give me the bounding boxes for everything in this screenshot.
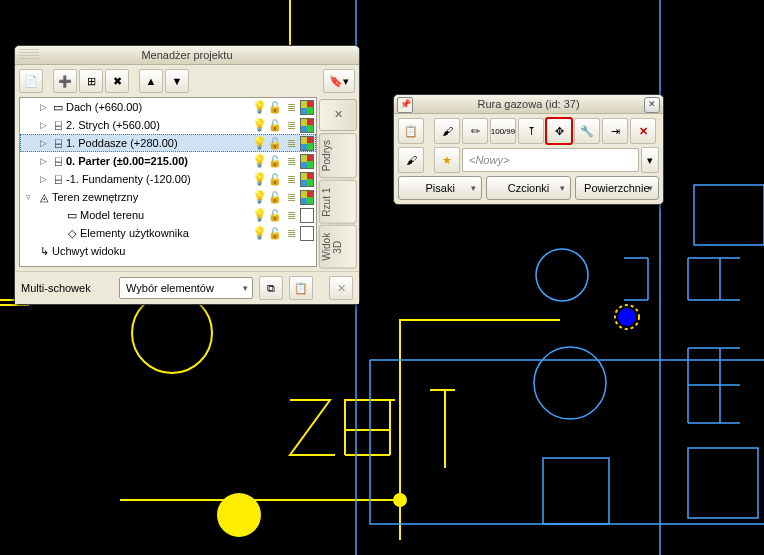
- svg-rect-7: [694, 185, 764, 245]
- remove-button[interactable]: ✖: [105, 69, 129, 93]
- layer-icon[interactable]: ≣: [284, 136, 298, 150]
- node-type-icon: ▭: [50, 101, 66, 114]
- lock-icon[interactable]: 🔓: [268, 190, 282, 204]
- tree-row[interactable]: ▷⌸-1. Fundamenty (-120.00)💡🔓≣: [20, 170, 316, 188]
- expand-toggle-icon[interactable]: ▷: [40, 102, 50, 112]
- new-button[interactable]: 📄: [19, 69, 43, 93]
- tree-row[interactable]: ▿◬Teren zewnętrzny💡🔓≣: [20, 188, 316, 206]
- tool-level-icon[interactable]: ⤒: [518, 118, 544, 144]
- tree-row[interactable]: ▷⌸1. Poddasze (+280.00)💡🔓≣: [20, 134, 316, 152]
- tool-wrench-icon[interactable]: 🔧: [574, 118, 600, 144]
- tool-join-icon[interactable]: ⇥: [602, 118, 628, 144]
- visibility-bulb-icon[interactable]: 💡: [252, 208, 266, 222]
- titlebar[interactable]: 📌 Rura gazowa (id: 37) ✕: [394, 95, 663, 114]
- node-type-icon: ▭: [64, 209, 80, 222]
- pin-icon[interactable]: 📌: [397, 97, 413, 113]
- template-name-field[interactable]: <Nowy>: [462, 148, 639, 172]
- tool-move-icon[interactable]: ✥: [546, 118, 572, 144]
- grip-icon: [19, 49, 39, 61]
- visibility-toggles: 💡🔓≣: [252, 226, 314, 240]
- lock-icon[interactable]: 🔓: [268, 100, 282, 114]
- lock-icon[interactable]: 🔓: [268, 208, 282, 222]
- visibility-toggles: 💡🔓≣: [252, 208, 314, 222]
- tree-row[interactable]: ↳Uchwyt widoku: [20, 242, 316, 260]
- close-button[interactable]: ✕: [644, 97, 660, 113]
- expand-toggle-icon[interactable]: ▷: [40, 156, 50, 166]
- lock-icon[interactable]: 🔓: [268, 172, 282, 186]
- paste-button[interactable]: 📋: [289, 276, 313, 300]
- lock-icon[interactable]: 🔓: [268, 154, 282, 168]
- project-tree[interactable]: ▷▭Dach (+660.00)💡🔓≣▷⌸2. Strych (+560.00)…: [19, 97, 317, 267]
- color-swatch[interactable]: [300, 154, 314, 168]
- color-swatch[interactable]: [300, 118, 314, 132]
- layer-icon[interactable]: ≣: [284, 190, 298, 204]
- node-label: 1. Poddasze (+280.00): [66, 137, 252, 149]
- tab-widok3d[interactable]: Widok 3D: [319, 225, 357, 269]
- move-down-button[interactable]: ▼: [165, 69, 189, 93]
- lock-icon[interactable]: 🔓: [268, 136, 282, 150]
- expand-toggle-icon[interactable]: ▿: [26, 192, 36, 202]
- tree-row[interactable]: ▷▭Dach (+660.00)💡🔓≣: [20, 98, 316, 116]
- visibility-bulb-icon[interactable]: 💡: [252, 226, 266, 240]
- layer-icon[interactable]: ≣: [284, 154, 298, 168]
- delete-selection-button[interactable]: ✕: [329, 276, 353, 300]
- visibility-bulb-icon[interactable]: 💡: [252, 100, 266, 114]
- visibility-bulb-icon[interactable]: 💡: [252, 190, 266, 204]
- tool-dimension-icon[interactable]: 100/99: [490, 118, 516, 144]
- visibility-toggles: 💡🔓≣: [252, 190, 314, 204]
- node-label: -1. Fundamenty (-120.00): [66, 173, 252, 185]
- layer-icon[interactable]: ≣: [284, 100, 298, 114]
- move-up-button[interactable]: ▲: [139, 69, 163, 93]
- project-manager-window[interactable]: Menadżer projektu 📄 ➕ ⊞ ✖ ▲ ▼ 🔖▾ ▷▭Dach …: [14, 45, 360, 305]
- filter-button[interactable]: 🔖▾: [323, 69, 355, 93]
- layer-icon[interactable]: ≣: [284, 172, 298, 186]
- copy-button[interactable]: ⧉: [259, 276, 283, 300]
- selection-combo[interactable]: Wybór elementów: [119, 277, 253, 299]
- tree-row[interactable]: ◇Elementy użytkownika💡🔓≣: [20, 224, 316, 242]
- visibility-bulb-icon[interactable]: 💡: [252, 136, 266, 150]
- side-tab-strip: ✕ Podrys Rzut 1 Widok 3D: [317, 97, 359, 271]
- tree-row[interactable]: ▷⌸0. Parter (±0.00=215.00)💡🔓≣: [20, 152, 316, 170]
- expand-toggle-icon[interactable]: ▷: [40, 174, 50, 184]
- visibility-toggles: 💡🔓≣: [252, 118, 314, 132]
- tree-row[interactable]: ▷⌸2. Strych (+560.00)💡🔓≣: [20, 116, 316, 134]
- tool-paint2-icon[interactable]: 🖌: [398, 147, 424, 173]
- template-menu-button[interactable]: ▾: [641, 147, 659, 173]
- tab-podrys[interactable]: Podrys: [319, 133, 357, 178]
- tool-properties-icon[interactable]: 📋: [398, 118, 424, 144]
- add-sub-button[interactable]: ⊞: [79, 69, 103, 93]
- tool-marker-icon[interactable]: ★: [434, 147, 460, 173]
- color-swatch[interactable]: [300, 136, 314, 150]
- expand-toggle-icon[interactable]: ▷: [40, 138, 50, 148]
- delete-button[interactable]: ✕: [630, 118, 656, 144]
- lock-icon[interactable]: 🔓: [268, 118, 282, 132]
- color-swatch[interactable]: [300, 100, 314, 114]
- color-swatch[interactable]: [300, 208, 314, 222]
- layer-icon[interactable]: ≣: [284, 118, 298, 132]
- visibility-bulb-icon[interactable]: 💡: [252, 154, 266, 168]
- tree-row[interactable]: ▭Model terenu💡🔓≣: [20, 206, 316, 224]
- visibility-toggles: 💡🔓≣: [252, 172, 314, 186]
- visibility-bulb-icon[interactable]: 💡: [252, 172, 266, 186]
- layer-icon[interactable]: ≣: [284, 226, 298, 240]
- lock-icon[interactable]: 🔓: [268, 226, 282, 240]
- titlebar[interactable]: Menadżer projektu: [15, 46, 359, 65]
- svg-point-3: [217, 493, 261, 537]
- expand-toggle-icon[interactable]: ▷: [40, 120, 50, 130]
- add-level-button[interactable]: ➕: [53, 69, 77, 93]
- color-swatch[interactable]: [300, 226, 314, 240]
- color-swatch[interactable]: [300, 190, 314, 204]
- dropdown-pisaki[interactable]: Pisaki: [398, 176, 482, 200]
- side-close-button[interactable]: ✕: [319, 99, 357, 131]
- tab-rzut1[interactable]: Rzut 1: [319, 180, 357, 224]
- dropdown-powierzchnie[interactable]: Powierzchnie: [575, 176, 659, 200]
- color-swatch[interactable]: [300, 172, 314, 186]
- layer-icon[interactable]: ≣: [284, 208, 298, 222]
- tool-window-rura-gazowa[interactable]: 📌 Rura gazowa (id: 37) ✕ 📋 🖌 ✏ 100/99 ⤒ …: [393, 94, 664, 205]
- visibility-bulb-icon[interactable]: 💡: [252, 118, 266, 132]
- svg-point-4: [536, 249, 588, 301]
- pm-footer: Multi-schowek Wybór elementów ⧉ 📋 ✕: [15, 271, 359, 304]
- tool-paint-icon[interactable]: 🖌: [434, 118, 460, 144]
- dropdown-czcionki[interactable]: Czcionki: [486, 176, 570, 200]
- tool-brush-icon[interactable]: ✏: [462, 118, 488, 144]
